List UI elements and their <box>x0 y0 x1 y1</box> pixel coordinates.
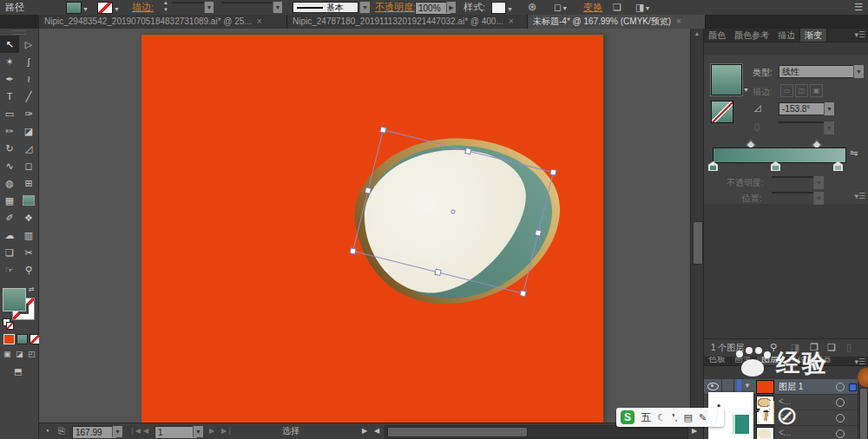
layer-thumbnail[interactable] <box>756 427 774 439</box>
isolate-selection-icon[interactable]: ❏ <box>613 0 621 14</box>
opacity-dropdown[interactable]: ▶ <box>446 2 456 13</box>
vertical-scrollbar[interactable]: ▲ ▼ <box>690 29 703 423</box>
gradient-type-dropdown-icon[interactable]: ▼ <box>853 65 864 78</box>
arrange-icon[interactable]: ◨▼ <box>635 0 650 16</box>
gradient-angle-value[interactable]: -153.8° <box>779 102 829 115</box>
symbol-options-icon[interactable]: ◻▼ <box>554 0 568 16</box>
layers-panel-menu-icon[interactable]: ▾☰ <box>854 192 865 200</box>
rectangle-tool[interactable]: ▭ <box>0 105 19 122</box>
panel-tab[interactable]: 渐变 <box>799 28 827 42</box>
stroke-color-swatch[interactable] <box>97 2 113 14</box>
line-segment-tool[interactable]: ╱ <box>19 88 38 105</box>
gradient-swatch-dropdown-icon[interactable]: ▼ <box>743 87 749 93</box>
style-swatch[interactable] <box>491 2 506 14</box>
fill-indicator[interactable] <box>3 288 26 311</box>
gradient-stroke-swatch[interactable] <box>711 101 733 123</box>
artboard-tool[interactable]: ❏ <box>0 244 19 261</box>
horizontal-scroll-thumb[interactable] <box>387 427 528 437</box>
transparency-panel-menu-icon[interactable]: ▾☰ <box>854 357 865 366</box>
gradient-fill-swatch[interactable] <box>711 64 742 95</box>
ime-keyboard-icon[interactable]: ▤ <box>683 412 692 423</box>
next-artboard-icon[interactable]: ▶ <box>209 423 214 439</box>
horizontal-scrollbar[interactable] <box>385 425 688 439</box>
stroke-gradient-across-icon[interactable]: ▣ <box>810 84 823 97</box>
panel-tab[interactable]: 颜色 <box>704 29 730 42</box>
layer-thumbnail[interactable] <box>756 411 774 425</box>
eraser-tool[interactable]: ◪ <box>19 122 38 140</box>
prev-artboard-icon[interactable]: ◀ <box>143 423 148 439</box>
expand-toggle-icon[interactable]: ▼ <box>744 382 751 390</box>
fill-color-swatch[interactable] <box>66 2 82 14</box>
brush-dropdown[interactable]: ▼ <box>359 2 370 13</box>
paintbrush-tool[interactable]: ✑ <box>19 105 38 122</box>
layer-name[interactable]: <... <box>779 412 791 422</box>
artboard-dropdown-icon[interactable]: ▼ <box>193 426 203 437</box>
locate-object-icon[interactable]: ⚲ <box>770 339 777 356</box>
shape-builder-tool[interactable]: ◍ <box>0 174 19 192</box>
target-circle[interactable] <box>836 398 845 407</box>
document-tab[interactable]: Nipic_29483542_20190705184832731089.ai* … <box>39 15 287 29</box>
magic-wand-tool[interactable]: ✶ <box>0 53 19 70</box>
swap-fill-stroke-icon[interactable]: ⇄ <box>29 285 35 293</box>
direct-selection-tool[interactable]: ▷ <box>19 36 38 53</box>
document-tab[interactable]: Nipic_24787180_20191113201921447032.ai* … <box>287 15 528 29</box>
new-sublayer-icon[interactable]: ❐ <box>810 339 819 356</box>
stroke-gradient-within-icon[interactable]: ▭ <box>780 84 793 97</box>
panel-tab[interactable]: 描边 <box>773 29 799 42</box>
type-tool[interactable]: T <box>0 88 19 105</box>
ime-logo[interactable]: S <box>621 410 635 424</box>
curvature-tool[interactable]: ≀ <box>19 70 38 88</box>
color-button[interactable] <box>3 334 15 344</box>
vertical-scroll-thumb[interactable] <box>693 221 703 265</box>
aspect-ratio-dropdown-icon[interactable]: ▼ <box>824 121 834 134</box>
reverse-gradient-icon[interactable]: ⇋ <box>850 147 858 159</box>
screen-mode-icon[interactable]: ⬒ <box>14 367 22 377</box>
zoom-level-field[interactable]: 167.99 <box>72 426 117 439</box>
status-expand-icon[interactable]: ▶ <box>362 423 367 439</box>
pen-tool[interactable]: ✒ <box>0 70 19 88</box>
stroke-weight-label[interactable]: 描边: <box>132 0 154 14</box>
tab-close-icon[interactable]: × <box>509 15 514 29</box>
slice-tool[interactable]: ✂ <box>19 244 38 261</box>
aspect-ratio-field[interactable] <box>779 121 829 123</box>
stop-location-field[interactable] <box>772 192 819 193</box>
stroke-gradient-along-icon[interactable]: ◫ <box>795 84 808 97</box>
toolbar-grip[interactable] <box>12 30 26 35</box>
layer-thumbnail[interactable] <box>756 396 774 410</box>
make-clipping-mask-icon[interactable]: ◨ <box>791 339 799 356</box>
gradient-button[interactable] <box>16 334 28 344</box>
tab-close-icon[interactable]: × <box>676 15 681 29</box>
scale-tool[interactable]: ◿ <box>19 140 38 157</box>
hand-tool[interactable]: ☞ <box>0 261 19 278</box>
visibility-toggle[interactable] <box>704 379 722 393</box>
new-layer-icon[interactable]: ❏ <box>827 339 836 356</box>
layer-name[interactable]: <... <box>779 396 791 406</box>
pencil-tool[interactable]: ✏ <box>0 122 19 140</box>
variable-width-dropdown[interactable]: ▼ <box>273 2 282 13</box>
perspective-grid-tool[interactable]: ⊞ <box>19 174 38 192</box>
draw-normal-mode-icon[interactable]: ▣ <box>3 350 11 358</box>
mesh-tool[interactable]: ▦ <box>0 192 19 209</box>
ime-toolbar[interactable]: S 五 ☾ ❜, ▤ ✎ <box>616 408 724 427</box>
layer-thumbnail[interactable] <box>756 380 774 394</box>
ime-punctuation-icon[interactable]: ❜, <box>672 412 678 423</box>
layers-scroll-thumb[interactable] <box>859 388 868 439</box>
lasso-tool[interactable]: ʃ <box>19 53 38 70</box>
layer-name[interactable]: <... <box>779 428 791 437</box>
ime-mode-label[interactable]: 五 <box>641 410 651 425</box>
ime-settings-icon[interactable]: ✎ <box>699 412 707 423</box>
target-circle[interactable] <box>836 414 845 423</box>
tab-close-icon[interactable]: × <box>257 15 262 29</box>
stop-opacity-dropdown[interactable]: ▼ <box>813 176 824 189</box>
brush-definition-field[interactable]: 基本 <box>293 2 358 13</box>
stroke-weight-field[interactable] <box>172 2 208 3</box>
variable-width-field[interactable] <box>221 2 279 3</box>
panel-tab[interactable]: 颜色参考 <box>730 29 773 42</box>
lock-toggle[interactable] <box>721 379 734 393</box>
zoom-tool[interactable]: ⚲ <box>19 261 38 278</box>
target-circle[interactable] <box>836 383 845 391</box>
first-artboard-icon[interactable]: ❘◀ <box>129 423 141 439</box>
panel-menu-icon[interactable]: ☰ <box>854 0 863 14</box>
symbol-sprayer-tool[interactable]: ☁ <box>0 226 19 244</box>
draw-inside-mode-icon[interactable]: ◰ <box>28 350 36 358</box>
